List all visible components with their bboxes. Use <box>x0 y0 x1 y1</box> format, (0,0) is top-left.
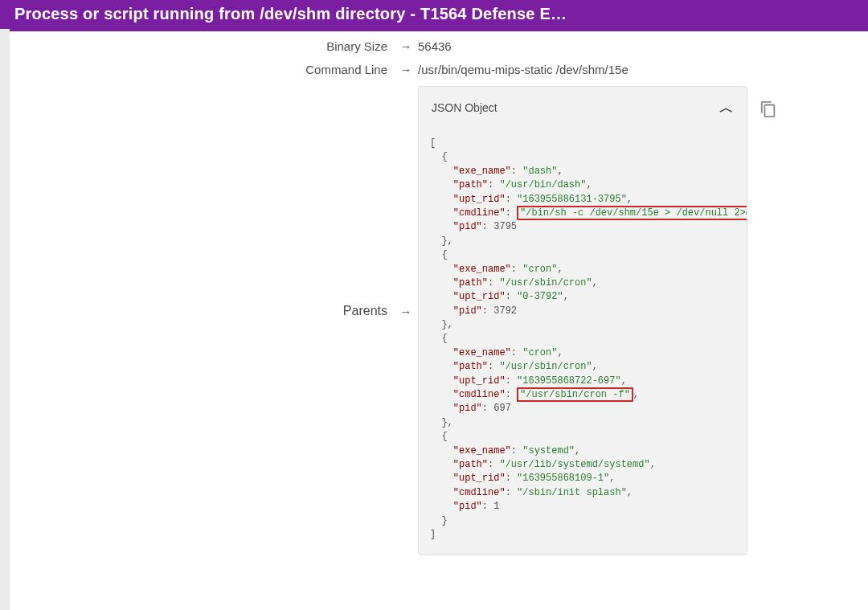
arrow-icon: → <box>394 39 418 53</box>
arrow-icon: → <box>394 63 418 76</box>
binary-size-label: Binary Size <box>16 39 394 53</box>
json-card-title: JSON Object <box>432 101 497 114</box>
command-line-value: /usr/bin/qemu-mips-static /dev/shm/15e <box>418 63 852 76</box>
parents-value-col: JSON Object ︿ [ { "exe_name": "dash", "p… <box>418 86 788 555</box>
copy-icon[interactable] <box>760 100 777 118</box>
detail-row-binary-size: Binary Size → 56436 <box>16 35 852 58</box>
left-gutter <box>0 29 10 610</box>
command-line-label: Command Line <box>16 63 394 76</box>
parents-label: Parents <box>343 304 387 318</box>
json-card-header: JSON Object ︿ <box>419 87 747 129</box>
json-object-card: JSON Object ︿ [ { "exe_name": "dash", "p… <box>418 86 747 555</box>
json-body: [ { "exe_name": "dash", "path": "/usr/bi… <box>419 129 747 555</box>
parents-label-col: Parents <box>16 86 394 536</box>
binary-size-value: 56436 <box>418 39 852 53</box>
chevron-up-icon[interactable]: ︿ <box>719 98 734 117</box>
arrow-icon: → <box>394 86 418 536</box>
page-title: Process or script running from /dev/shm … <box>14 5 567 23</box>
detail-row-command-line: Command Line → /usr/bin/qemu-mips-static… <box>16 58 852 81</box>
page-title-bar: Process or script running from /dev/shm … <box>0 0 868 31</box>
